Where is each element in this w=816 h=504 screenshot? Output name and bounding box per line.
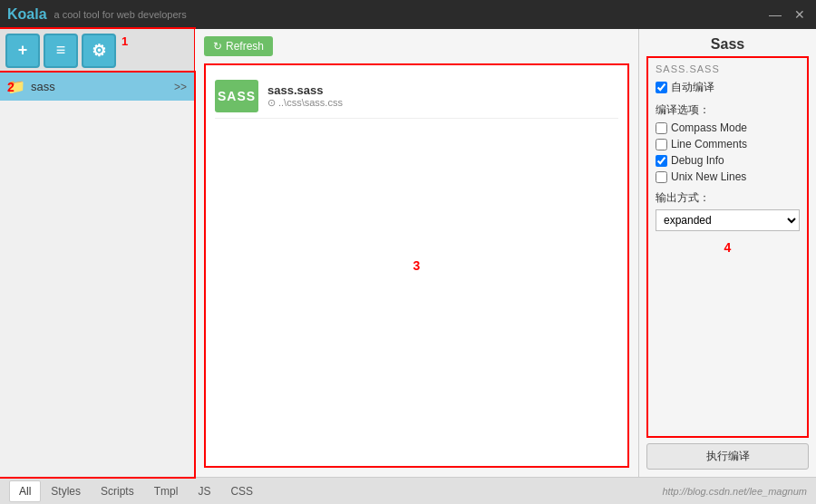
app-logo: Koala xyxy=(7,6,47,23)
toolbar: + ≡ ⚙ 1 xyxy=(0,29,194,73)
line-comments-label: Line Comments xyxy=(671,138,747,150)
compass-mode-label: Compass Mode xyxy=(671,121,747,134)
folder-item-sass[interactable]: 📁 sass >> xyxy=(0,73,194,101)
auto-compile-checkbox[interactable] xyxy=(656,82,667,93)
right-panel-title: Sass xyxy=(639,29,816,56)
folder-expand-icon: >> xyxy=(174,81,187,93)
tab-js[interactable]: JS xyxy=(188,480,220,502)
line-comments-row: Line Comments xyxy=(656,138,800,150)
tab-scripts[interactable]: Scripts xyxy=(91,480,144,502)
content-annotation: 3 xyxy=(413,258,421,273)
unix-new-lines-label: Unix New Lines xyxy=(671,170,746,183)
folder-name: sass xyxy=(31,80,174,93)
titlebar: Koala a cool tool for web developers — ✕ xyxy=(0,0,816,29)
execute-button[interactable]: 执行编译 xyxy=(646,443,809,470)
auto-compile-label: 自动编译 xyxy=(671,80,714,95)
debug-info-row: Debug Info xyxy=(656,154,800,167)
compile-options-label: 编译选项： xyxy=(656,102,800,118)
sass-badge: SASS xyxy=(215,80,258,112)
settings-box: SASS.SASS 自动编译 编译选项： Compass Mode Line C… xyxy=(646,56,809,438)
add-button[interactable]: + xyxy=(5,34,40,68)
refresh-icon: ↻ xyxy=(213,40,222,53)
file-path-icon: ⊙ xyxy=(267,97,276,108)
minimize-button[interactable]: — xyxy=(765,7,785,22)
file-name: sass.sass xyxy=(267,83,343,97)
refresh-bar: ↻ Refresh xyxy=(195,29,638,63)
toolbar-annotation: 1 xyxy=(121,34,128,48)
settings-button[interactable]: ⚙ xyxy=(82,34,116,68)
refresh-button[interactable]: ↻ Refresh xyxy=(204,36,273,56)
main-layout: + ≡ ⚙ 1 📁 sass >> 2 ↻ Refresh xyxy=(0,29,816,477)
compass-mode-row: Compass Mode xyxy=(656,121,800,134)
app-subtitle: a cool tool for web developers xyxy=(54,9,187,20)
status-url: http://blog.csdn.net/lee_magnum xyxy=(662,486,807,497)
tab-tmpl[interactable]: Tmpl xyxy=(144,480,189,502)
file-info: sass.sass ⊙..\css\sass.css xyxy=(267,83,343,109)
execute-btn-row: 执行编译 xyxy=(639,438,816,477)
left-panel: + ≡ ⚙ 1 📁 sass >> 2 xyxy=(0,29,195,477)
output-select[interactable]: expanded nested compact compressed xyxy=(656,209,800,231)
close-button[interactable]: ✕ xyxy=(791,7,809,22)
window-controls: — ✕ xyxy=(765,7,809,22)
refresh-label: Refresh xyxy=(226,40,264,53)
statusbar: All Styles Scripts Tmpl JS CSS http://bl… xyxy=(0,477,816,504)
file-entry-sass: SASS sass.sass ⊙..\css\sass.css xyxy=(215,74,618,119)
settings-annotation: 4 xyxy=(724,240,732,255)
filelist-annotation: 2 xyxy=(7,80,15,94)
file-content-area: SASS sass.sass ⊙..\css\sass.css 3 xyxy=(204,63,629,468)
output-label: 输出方式： xyxy=(656,190,800,206)
right-panel: Sass SASS.SASS 自动编译 编译选项： Compass Mode L… xyxy=(639,29,816,477)
unix-new-lines-row: Unix New Lines xyxy=(656,170,800,183)
save-button[interactable]: ≡ xyxy=(44,34,78,68)
line-comments-checkbox[interactable] xyxy=(656,139,667,150)
debug-info-checkbox[interactable] xyxy=(656,155,667,167)
tab-all[interactable]: All xyxy=(9,480,41,502)
middle-panel: ↻ Refresh SASS sass.sass ⊙..\css\sass.cs… xyxy=(195,29,639,477)
tab-styles[interactable]: Styles xyxy=(41,480,91,502)
file-path: ⊙..\css\sass.css xyxy=(267,97,343,109)
output-dropdown-row: expanded nested compact compressed xyxy=(656,209,800,231)
debug-info-label: Debug Info xyxy=(671,154,724,167)
file-path-text: ..\css\sass.css xyxy=(278,97,343,108)
compass-mode-checkbox[interactable] xyxy=(656,122,667,134)
settings-section-label: SASS.SASS xyxy=(656,63,800,74)
unix-new-lines-checkbox[interactable] xyxy=(656,171,667,183)
file-list: 📁 sass >> 2 xyxy=(0,73,194,477)
tab-css[interactable]: CSS xyxy=(220,480,263,502)
auto-compile-row: 自动编译 xyxy=(656,80,800,95)
